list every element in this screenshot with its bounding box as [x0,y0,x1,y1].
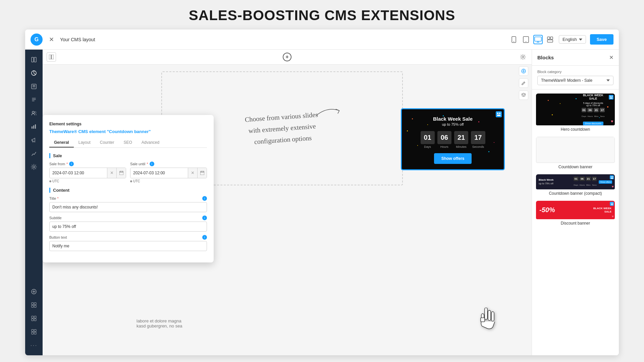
sale-until-input[interactable] [130,168,188,178]
sale-from-info-icon[interactable]: i [69,162,74,166]
days-value: 01 [421,131,435,144]
sidebar-icon-marketing[interactable] [28,121,40,133]
hours-label: Hours [437,145,451,148]
tablet-icon[interactable] [521,35,531,44]
sale-until-utc: UTC [133,179,140,183]
topbar: G ✕ Your CMS layout [25,29,619,50]
save-button[interactable]: Save [590,34,613,45]
button-text-label: Button text [49,235,67,239]
svg-rect-37 [497,113,498,114]
close-button[interactable]: ✕ [47,35,56,44]
editor-body: ··· + [25,50,619,355]
blocks-panel-close[interactable]: ✕ [609,54,613,61]
sidebar-icon-more[interactable]: ··· [28,339,40,351]
discount-banner-label: Discount banner [536,219,615,227]
layout-title: Your CMS layout [60,37,95,42]
canvas-settings-btn[interactable] [518,52,528,62]
svg-point-35 [522,56,524,58]
add-section-button[interactable]: + [283,53,291,61]
button-text-field-group: Button text i [49,235,207,251]
layout-icon-btn[interactable] [47,52,56,62]
block-item-countdown-compact[interactable]: Black Weekup to 75% off 01Days 06Hours 2… [536,174,615,197]
settings-panel-title: Element settings [49,122,207,126]
language-selector[interactable]: English [559,35,586,44]
button-text-input[interactable] [49,241,207,251]
right-panel: Blocks ✕ Block category ThemeWare® Moder… [532,50,619,355]
sidebar-icon-grid1[interactable] [28,299,40,311]
tab-seo[interactable]: SEO [119,138,137,147]
sale-until-calendar-icon[interactable] [197,168,207,178]
sidebar-icon-content[interactable] [28,94,40,106]
content-section: Content Title * i [49,188,207,251]
block-category-select[interactable]: ThemeWare® Modern - Sale [537,76,613,85]
right-action-add[interactable] [519,66,528,76]
svg-rect-50 [611,176,612,177]
title-field-label: Title [49,196,56,200]
sale-from-input[interactable] [50,168,107,178]
banner-show-offers-btn[interactable]: Show offers [434,153,472,164]
sidebar-icon-users[interactable] [28,107,40,119]
svg-rect-31 [32,332,34,334]
svg-rect-40 [485,308,487,319]
sale-until-clear-btn[interactable]: × [188,168,197,178]
hero-heart-icon[interactable]: ♥ [611,119,613,124]
desktop-icon[interactable] [533,35,543,44]
sidebar-icon-settings[interactable] [28,161,40,173]
sidebar-icon-layout[interactable] [28,54,40,66]
discount-heart-icon[interactable]: ♥ [612,215,614,218]
banner-subtitle: up to 75% off [407,122,498,126]
block-item-discount-banner[interactable]: -50% BLACK WEEKSALE ♥ [536,201,615,227]
banner-title: Black Week Sale [407,116,498,122]
mobile-icon[interactable] [509,35,519,44]
tab-advanced[interactable]: Advanced [137,138,164,147]
canvas-area: + [43,50,532,355]
svg-point-19 [33,166,35,168]
sale-from-clear-btn[interactable]: × [107,168,116,178]
minutes-value: 21 [454,131,468,144]
sidebar-icon-analytics[interactable] [28,147,40,160]
svg-point-1 [514,41,514,42]
svg-rect-45 [119,171,123,175]
svg-rect-33 [49,55,51,59]
sidebar-icon-grid2[interactable] [28,312,40,324]
compact-heart-icon[interactable]: ♥ [612,185,614,188]
sidebar-icon-dashboard[interactable] [28,67,40,79]
sidebar-icon-megaphone[interactable] [28,134,40,146]
sale-until-info-icon[interactable]: i [150,162,154,166]
title-info-icon[interactable]: i [202,196,207,201]
right-action-edit[interactable] [519,78,528,88]
tab-general[interactable]: General [49,138,74,147]
layout-grid-icon[interactable] [545,35,555,44]
settings-element-title: ThemeWare® CMS element "Countdown banner… [49,129,207,134]
subtitle-field-label: Subtitle [49,216,62,220]
tab-counter[interactable]: Counter [95,138,119,147]
right-panel-header: Blocks ✕ [532,50,619,66]
content-section-title: Content [49,188,207,193]
required-star: * [66,162,68,166]
block-item-countdown-banner[interactable]: Countdown banner [536,137,615,171]
sale-from-label: Sale from [49,162,65,166]
subtitle-input[interactable] [49,222,207,232]
discount-corner-icon [610,202,614,206]
sale-from-calendar-icon[interactable] [116,168,126,178]
sale-date-row: Sale from * i × [49,162,207,183]
page-title: SALES-BOOSTING CMS EXTENSIONS [0,7,644,23]
block-item-hero-countdown[interactable]: BLACK WEEKSALE 5 days of discountsup to … [536,94,615,133]
sidebar-icon-grid3[interactable] [28,326,40,338]
countdown-banner-overlay: Black Week Sale up to 75% off 01 Days [401,108,505,170]
title-input[interactable] [49,202,207,212]
svg-rect-26 [34,316,36,318]
hero-countdown-label: Hero countdown [536,125,615,133]
tab-layout[interactable]: Layout [74,138,95,147]
sidebar-icon-add[interactable] [28,286,40,298]
right-action-layers[interactable] [519,90,528,100]
svg-rect-29 [32,329,34,331]
svg-rect-54 [612,203,613,204]
svg-rect-13 [33,86,35,87]
page-title-bar: SALES-BOOSTING CMS EXTENSIONS [0,0,644,29]
button-text-info-icon[interactable]: i [202,235,207,240]
seconds-value: 17 [471,131,485,144]
svg-rect-48 [611,96,612,97]
subtitle-info-icon[interactable]: i [202,216,207,220]
sidebar-icon-pages[interactable] [28,80,40,93]
